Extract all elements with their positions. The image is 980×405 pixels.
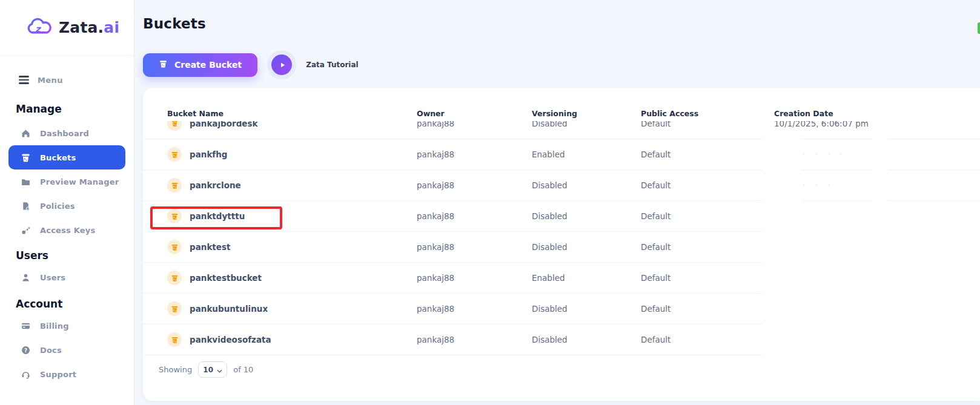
public-access-cell: Default bbox=[641, 121, 670, 139]
menu-toggle[interactable]: Menu bbox=[19, 74, 134, 86]
key-icon bbox=[20, 225, 31, 235]
main-content: Buckets Create Bucket Zata Tutorial Buck… bbox=[134, 0, 980, 405]
tutorial-label: Zata Tutorial bbox=[306, 61, 358, 69]
bucket-name[interactable]: pankvideosofzata bbox=[190, 335, 271, 344]
brand-logo[interactable]: z Zata.ai bbox=[0, 0, 134, 56]
bucket-icon bbox=[159, 59, 168, 70]
brand-name: Zata.ai bbox=[59, 19, 119, 36]
public-access-cell: Default bbox=[641, 294, 670, 324]
owner-cell: pankaj88 bbox=[417, 263, 454, 293]
pagination: Showing 10 of 10 bbox=[159, 361, 253, 378]
create-bucket-label: Create Bucket bbox=[174, 60, 242, 70]
versioning-cell: Disabled bbox=[532, 201, 568, 231]
page-size-select[interactable]: 10 bbox=[198, 361, 227, 378]
table-row[interactable]: pankajbordesk pankaj88 Disabled Default … bbox=[143, 121, 980, 139]
bucket-icon bbox=[167, 240, 182, 254]
bucket-name[interactable]: pankajbordesk bbox=[190, 121, 258, 128]
sidebar-item-label: Access Keys bbox=[40, 226, 95, 235]
sidebar: z Zata.ai Menu Manage Dashboard Buckets … bbox=[0, 0, 134, 405]
owner-cell: pankaj88 bbox=[417, 121, 454, 139]
sidebar-item-label: Dashboard bbox=[40, 129, 89, 138]
column-header-creation-date: Creation Date bbox=[774, 109, 833, 121]
versioning-cell: Enabled bbox=[532, 139, 565, 170]
column-header-owner: Owner bbox=[417, 109, 445, 121]
owner-cell: pankaj88 bbox=[417, 201, 454, 231]
owner-cell: pankaj88 bbox=[417, 170, 454, 200]
chevron-down-icon bbox=[217, 364, 222, 375]
sidebar-item-policies[interactable]: Policies bbox=[0, 194, 134, 218]
column-header-versioning: Versioning bbox=[532, 109, 577, 121]
bucket-name[interactable]: pankubuntulinux bbox=[190, 304, 268, 314]
credit-card-icon bbox=[20, 320, 31, 331]
redaction-patch bbox=[763, 205, 980, 360]
sidebar-item-dashboard[interactable]: Dashboard bbox=[0, 121, 134, 145]
sidebar-item-label: Buckets bbox=[40, 153, 76, 162]
public-access-cell: Default bbox=[641, 232, 670, 262]
public-access-cell: Default bbox=[641, 324, 670, 355]
sidebar-item-billing[interactable]: Billing bbox=[0, 314, 134, 338]
folder-icon bbox=[20, 176, 31, 187]
public-access-cell: Default bbox=[641, 201, 670, 231]
sidebar-item-label: Billing bbox=[40, 321, 69, 331]
versioning-cell: Disabled bbox=[532, 121, 568, 139]
account-nav: Billing ? Docs Support bbox=[0, 314, 134, 386]
section-title-users: Users bbox=[0, 249, 134, 262]
sidebar-item-label: Docs bbox=[40, 346, 62, 355]
versioning-cell: Disabled bbox=[532, 324, 568, 355]
user-icon bbox=[20, 272, 31, 283]
actions-row: Create Bucket Zata Tutorial bbox=[143, 50, 359, 79]
sidebar-item-support[interactable]: Support bbox=[0, 362, 134, 386]
bucket-icon bbox=[167, 178, 182, 193]
play-icon bbox=[271, 54, 292, 75]
showing-label: Showing bbox=[159, 365, 192, 374]
owner-cell: pankaj88 bbox=[417, 139, 454, 170]
public-access-cell: Default bbox=[641, 263, 670, 293]
bucket-name[interactable]: panktestbucket bbox=[190, 273, 262, 283]
redacted-date-fragment: · · · bbox=[803, 182, 834, 188]
question-circle-icon: ? bbox=[20, 344, 31, 355]
public-access-cell: Default bbox=[641, 170, 670, 200]
bucket-icon bbox=[167, 121, 182, 131]
bucket-name[interactable]: pankrclone bbox=[190, 180, 241, 190]
tutorial-play-button[interactable] bbox=[267, 50, 296, 79]
sidebar-item-access-keys[interactable]: Access Keys bbox=[0, 218, 134, 242]
headset-icon bbox=[20, 369, 31, 380]
versioning-cell: Disabled bbox=[532, 170, 568, 200]
sidebar-item-preview-manager[interactable]: Preview Manager bbox=[0, 170, 134, 194]
bucket-icon bbox=[167, 271, 182, 285]
sidebar-item-label: Preview Manager bbox=[40, 177, 119, 186]
hamburger-icon bbox=[19, 76, 29, 84]
chat-widget-edge[interactable] bbox=[978, 22, 980, 34]
users-nav: Users bbox=[0, 265, 134, 289]
buckets-table-card: Bucket Name Owner Versioning Public Acce… bbox=[143, 88, 980, 401]
table-row[interactable]: pankrclone pankaj88 Disabled Default bbox=[143, 170, 980, 201]
cloud-logo-icon: z bbox=[25, 16, 53, 40]
bucket-name[interactable]: pankfhg bbox=[190, 150, 228, 159]
column-header-bucket-name: Bucket Name bbox=[167, 109, 223, 121]
page-size-value: 10 bbox=[203, 366, 213, 374]
bucket-icon bbox=[167, 332, 182, 347]
sidebar-item-users[interactable]: Users bbox=[0, 265, 134, 289]
policy-document-icon bbox=[20, 200, 31, 211]
sidebar-item-docs[interactable]: ? Docs bbox=[0, 338, 134, 362]
svg-text:?: ? bbox=[24, 347, 27, 353]
owner-cell: pankaj88 bbox=[417, 324, 454, 355]
bucket-icon bbox=[167, 209, 182, 223]
sidebar-item-buckets[interactable]: Buckets bbox=[8, 145, 125, 170]
versioning-cell: Disabled bbox=[532, 294, 568, 324]
bucket-icon bbox=[167, 301, 182, 316]
versioning-cell: Enabled bbox=[532, 263, 565, 293]
sidebar-item-label: Users bbox=[40, 273, 65, 282]
section-title-account: Account bbox=[0, 298, 134, 310]
column-header-public-access: Public Access bbox=[641, 109, 698, 121]
bucket-name[interactable]: panktdytttu bbox=[190, 211, 245, 221]
public-access-cell: Default bbox=[641, 139, 670, 170]
page-title: Buckets bbox=[143, 16, 206, 31]
versioning-cell: Disabled bbox=[532, 232, 568, 262]
owner-cell: pankaj88 bbox=[417, 232, 454, 262]
create-bucket-button[interactable]: Create Bucket bbox=[143, 53, 257, 77]
bucket-icon bbox=[167, 147, 182, 162]
table-row[interactable]: pankfhg pankaj88 Enabled Default bbox=[143, 139, 980, 170]
bucket-name[interactable]: panktest bbox=[190, 242, 230, 252]
owner-cell: pankaj88 bbox=[417, 294, 454, 324]
